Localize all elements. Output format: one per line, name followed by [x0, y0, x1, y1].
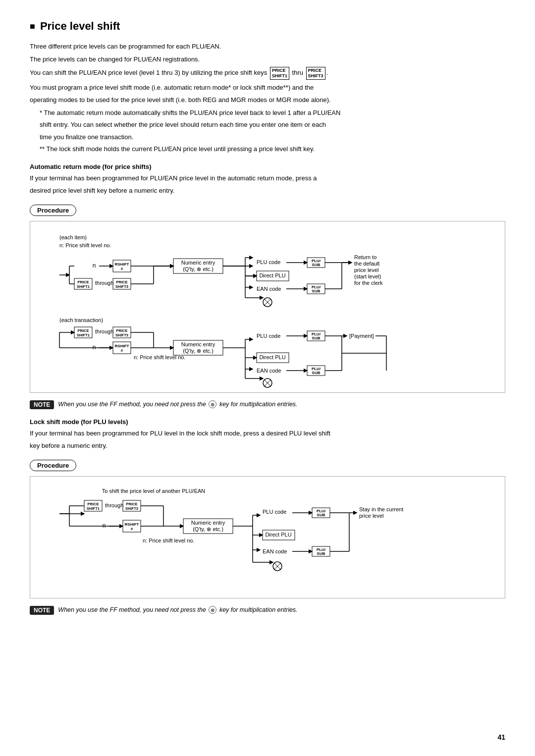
svg-text:PRICE: PRICE	[88, 502, 99, 506]
svg-text:Direct PLU: Direct PLU	[259, 272, 285, 278]
svg-text:#: #	[131, 527, 133, 531]
svg-text:EAN code: EAN code	[257, 368, 281, 374]
svg-text:PRICE: PRICE	[78, 280, 89, 284]
intro-bullet1c: time you finalize one transaction.	[40, 132, 505, 142]
lock-shift-diagram: To shift the price level of another PLU/…	[30, 476, 505, 598]
intro-section: Three different price levels can be prog…	[30, 42, 505, 154]
each-item-label: (each item)	[59, 234, 87, 240]
price-shift1-key: PRICESHIFT1	[270, 67, 289, 80]
svg-text:RSHIFT: RSHIFT	[115, 262, 129, 267]
svg-text:price level: price level	[354, 267, 379, 273]
svg-text:Return to: Return to	[354, 254, 376, 260]
svg-text:Numeric entry: Numeric entry	[181, 260, 215, 266]
svg-text:price level: price level	[359, 513, 384, 519]
note-2: NOTE When you use the FF method, you nee…	[30, 605, 505, 615]
intro-bullet1: * The automatic return mode automaticall…	[40, 108, 505, 118]
svg-text:SHIFT3: SHIFT3	[115, 284, 128, 289]
each-transaction-label: (each transaction)	[59, 317, 103, 323]
note-1: NOTE When you use the FF method, you nee…	[30, 400, 505, 409]
svg-text:PLU code: PLU code	[263, 509, 286, 515]
svg-text:(start level): (start level)	[354, 273, 381, 279]
svg-text:PRICE: PRICE	[116, 280, 128, 284]
svg-text:SHIFT1: SHIFT1	[77, 284, 90, 289]
svg-text:#: #	[121, 267, 123, 271]
intro-line4: You must program a price level shift mod…	[30, 83, 505, 93]
lock-shift-section: Lock shift mode (for PLU levels) If your…	[30, 418, 505, 598]
intro-line3: You can shift the PLU/EAN price level (l…	[30, 67, 505, 80]
svg-text:EAN code: EAN code	[263, 548, 287, 554]
intro-bullet2: ** The lock shift mode holds the current…	[40, 144, 505, 154]
svg-text:(Q'ty, ⊗ etc.): (Q'ty, ⊗ etc.)	[183, 348, 214, 354]
svg-text:SHIFT1: SHIFT1	[87, 506, 100, 511]
auto-return-desc1: If your terminal has been programmed for…	[30, 173, 505, 183]
auto-return-diagram: (each item) n: Price shift level no. n R…	[30, 221, 505, 393]
note-label-1: NOTE	[30, 400, 54, 409]
svg-text:SUB: SUB	[317, 551, 325, 556]
n-label-1: n	[93, 262, 96, 269]
svg-text:Numeric entry: Numeric entry	[181, 341, 215, 347]
auto-return-flow-svg: (each item) n: Price shift level no. n R…	[40, 230, 495, 384]
svg-text:Stay in the current: Stay in the current	[359, 506, 403, 512]
svg-text:SUB: SUB	[312, 289, 321, 293]
svg-text:n: n	[93, 344, 96, 351]
auto-return-title: Automatic return mode (for price shifts)	[30, 163, 505, 170]
procedure-box-2: Procedure	[30, 460, 76, 471]
procedure-box-1: Procedure	[30, 205, 76, 216]
svg-text:RSHIFT: RSHIFT	[125, 522, 139, 527]
page-title: Price level shift	[30, 20, 505, 33]
svg-text:SHIFT3: SHIFT3	[115, 333, 128, 337]
page-number: 41	[497, 733, 505, 741]
svg-text:Direct PLU: Direct PLU	[265, 532, 291, 538]
svg-text:PLU code: PLU code	[257, 333, 280, 339]
lock-shift-title: Lock shift mode (for PLU levels)	[30, 418, 505, 426]
svg-text:Numeric entry: Numeric entry	[191, 520, 225, 526]
n-shift-label1: n: Price shift level no.	[59, 242, 111, 248]
intro-bullet1b: shift entry. You can select whether the …	[40, 120, 505, 130]
svg-text:#: #	[121, 348, 123, 353]
svg-text:SUB: SUB	[317, 513, 325, 517]
svg-text:SHIFT3: SHIFT3	[125, 506, 138, 511]
svg-text:To shift the price level of an: To shift the price level of another PLU/…	[102, 488, 206, 494]
svg-text:SUB: SUB	[312, 371, 321, 375]
intro-line2: The price levels can be changed for PLU/…	[30, 54, 505, 64]
svg-text:through: through	[95, 328, 113, 334]
auto-return-desc2: desired price level shift key before a n…	[30, 186, 505, 196]
intro-line1: Three different price levels can be prog…	[30, 42, 505, 52]
svg-text:PRICE: PRICE	[126, 502, 138, 506]
note-text-1: When you use the FF method, you need not…	[58, 400, 297, 409]
svg-text:through: through	[95, 280, 113, 286]
lock-shift-flow-svg: To shift the price level of another PLU/…	[40, 486, 495, 590]
svg-text:the default: the default	[354, 261, 379, 267]
svg-text:through: through	[105, 502, 123, 508]
svg-text:SUB: SUB	[312, 336, 321, 340]
svg-text:PRICE: PRICE	[78, 328, 89, 333]
svg-text:Direct PLU: Direct PLU	[259, 354, 285, 360]
svg-text:SHIFT1: SHIFT1	[77, 333, 90, 337]
svg-text:n: Price shift level no.: n: Price shift level no.	[143, 538, 195, 543]
note-text-2: When you use the FF method, you need not…	[58, 605, 297, 615]
note-label-2: NOTE	[30, 606, 54, 615]
svg-text:n: Price shift level no.: n: Price shift level no.	[134, 354, 186, 360]
svg-text:n: n	[103, 522, 106, 529]
svg-text:SUB: SUB	[312, 263, 321, 267]
svg-text:PRICE: PRICE	[116, 328, 128, 333]
svg-text:(Q'ty, ⊗ etc.): (Q'ty, ⊗ etc.)	[183, 266, 214, 272]
svg-text:for the clerk: for the clerk	[354, 280, 383, 286]
lock-shift-desc1: If your terminal has been programmed for…	[30, 429, 505, 438]
svg-text:[Payment]: [Payment]	[349, 333, 374, 339]
auto-return-section: Automatic return mode (for price shifts)…	[30, 163, 505, 393]
intro-line4b: operating modes to be used for the price…	[30, 95, 505, 105]
svg-text:PLU code: PLU code	[257, 259, 280, 265]
svg-text:RSHIFT: RSHIFT	[115, 344, 129, 348]
svg-text:(Q'ty, ⊗ etc.): (Q'ty, ⊗ etc.)	[193, 526, 223, 532]
lock-shift-desc2: key before a numeric entry.	[30, 441, 505, 451]
svg-text:EAN code: EAN code	[257, 286, 281, 292]
price-shift3-key: PRICESHIFT3	[306, 67, 325, 80]
